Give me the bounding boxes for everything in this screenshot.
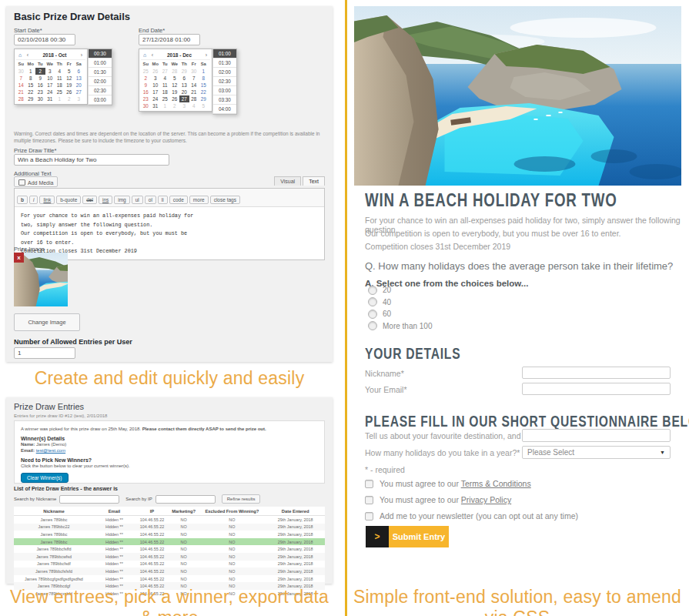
search-nickname-input[interactable]: [59, 495, 119, 504]
calendar-home-icon[interactable]: ⌂: [16, 52, 24, 58]
calendar-date[interactable]: 12: [170, 82, 180, 89]
calendar-date[interactable]: 2: [35, 68, 45, 75]
calendar-date[interactable]: 25: [141, 68, 151, 75]
calendar-date[interactable]: 29: [26, 95, 36, 102]
calendar-date[interactable]: 24: [45, 89, 55, 95]
calendar-date[interactable]: 29: [179, 68, 189, 75]
calendar-date[interactable]: 8: [199, 75, 209, 82]
time-slot[interactable]: 02:30: [89, 86, 112, 95]
tab-text[interactable]: Text: [303, 176, 325, 186]
prize-title-input[interactable]: [14, 154, 169, 166]
radio-icon[interactable]: [368, 286, 377, 295]
time-slot[interactable]: 02:00: [213, 68, 236, 77]
calendar-date[interactable]: 28: [170, 68, 180, 75]
time-slot[interactable]: 03:00: [213, 86, 236, 95]
time-slot[interactable]: 02:00: [89, 77, 112, 86]
calendar-date[interactable]: 1: [160, 102, 170, 109]
calendar-date[interactable]: 28: [189, 95, 199, 102]
calendar-date[interactable]: 24: [151, 95, 161, 102]
checkbox-icon[interactable]: [365, 480, 373, 488]
answer-option[interactable]: 60: [368, 310, 433, 318]
time-slot[interactable]: 00:30: [89, 49, 112, 59]
calendar-date[interactable]: 30: [16, 68, 26, 75]
calendar-date[interactable]: 28: [16, 95, 26, 102]
calendar-date[interactable]: 21: [16, 89, 26, 95]
calendar-date[interactable]: 31: [151, 102, 161, 109]
calendar-date[interactable]: 25: [55, 89, 65, 95]
agreement-link[interactable]: Privacy Policy: [461, 495, 511, 504]
refine-results-button[interactable]: Refine results: [222, 494, 261, 504]
calendar-date[interactable]: 18: [160, 89, 170, 95]
calendar-date[interactable]: 23: [35, 89, 45, 95]
calendar-date[interactable]: 29: [199, 95, 209, 102]
calendar-date[interactable]: 22: [26, 89, 36, 95]
agreement-row[interactable]: You must agree to our Terms & Conditions: [365, 479, 578, 488]
calendar-date[interactable]: 18: [55, 82, 65, 89]
calendar-date[interactable]: 1: [199, 68, 209, 75]
editor-textarea[interactable]: For your chance to win an all-expenses p…: [15, 206, 324, 259]
clear-winners-button[interactable]: Clear Winner(s): [21, 473, 69, 483]
favourite-destination-input[interactable]: [522, 429, 671, 442]
calendar-date[interactable]: 7: [189, 75, 199, 82]
calendar-date[interactable]: 4: [189, 102, 199, 109]
holidays-per-year-select[interactable]: Please Select ▼: [522, 446, 671, 459]
entries-per-user-input[interactable]: [14, 347, 75, 359]
winner-email-link[interactable]: test@test.com: [36, 448, 65, 453]
calendar-date[interactable]: 7: [16, 75, 26, 82]
calendar-date[interactable]: 11: [160, 82, 170, 89]
calendar-date[interactable]: 26: [170, 95, 180, 102]
nickname-input[interactable]: [522, 367, 671, 379]
calendar-date[interactable]: 4: [160, 75, 170, 82]
calendar-date[interactable]: 8: [26, 75, 36, 82]
time-slot[interactable]: 04:00: [213, 105, 236, 114]
checkbox-icon[interactable]: [365, 512, 373, 521]
calendar-date[interactable]: 3: [74, 95, 84, 102]
calendar-date[interactable]: 5: [170, 75, 180, 82]
calendar-date[interactable]: 19: [65, 82, 75, 89]
editor-button-ins[interactable]: ins: [99, 196, 112, 204]
time-slot[interactable]: 01:30: [213, 59, 236, 68]
calendar-date[interactable]: 10: [45, 75, 55, 82]
calendar-date[interactable]: 31: [45, 95, 55, 102]
time-slot[interactable]: 03:00: [89, 95, 112, 105]
calendar-date[interactable]: 5: [199, 102, 209, 109]
editor-button-code[interactable]: code: [169, 196, 188, 204]
calendar-date[interactable]: 17: [45, 82, 55, 89]
calendar-date[interactable]: 27: [179, 95, 189, 102]
calendar-date[interactable]: 25: [160, 95, 170, 102]
editor-button-link[interactable]: link: [39, 196, 55, 204]
tab-visual[interactable]: Visual: [274, 176, 301, 186]
calendar-date[interactable]: 9: [35, 75, 45, 82]
calendar-next-icon[interactable]: ›: [202, 52, 210, 58]
answer-option[interactable]: 40: [368, 298, 433, 306]
calendar-date[interactable]: 5: [65, 68, 75, 75]
time-slot[interactable]: 01:30: [89, 68, 112, 77]
calendar-date[interactable]: 22: [199, 89, 209, 95]
calendar-date[interactable]: 16: [141, 89, 151, 95]
calendar-date[interactable]: 19: [170, 89, 180, 95]
agreement-row[interactable]: Add me to your newsletter (you can opt o…: [365, 511, 578, 521]
editor-button-close-tags[interactable]: close tags: [210, 196, 240, 204]
calendar-prev-icon[interactable]: ‹: [24, 52, 32, 58]
start-date-input[interactable]: [14, 34, 75, 45]
change-image-button[interactable]: Change Image: [14, 313, 80, 331]
time-slot[interactable]: 03:30: [213, 95, 236, 105]
checkbox-icon[interactable]: [365, 496, 373, 504]
calendar-date[interactable]: 14: [189, 82, 199, 89]
calendar-date[interactable]: 2: [65, 95, 75, 102]
answer-option[interactable]: More than 100: [368, 322, 433, 330]
calendar-date[interactable]: 30: [189, 68, 199, 75]
calendar-date[interactable]: 2: [141, 75, 151, 82]
calendar-date[interactable]: 6: [179, 75, 189, 82]
calendar-date[interactable]: 4: [55, 68, 65, 75]
radio-icon[interactable]: [368, 310, 377, 319]
calendar-date[interactable]: 2: [170, 102, 180, 109]
answer-option[interactable]: 20: [368, 286, 433, 294]
calendar-date[interactable]: 14: [16, 82, 26, 89]
calendar-date[interactable]: 11: [55, 75, 65, 82]
agreement-link[interactable]: Terms & Conditions: [461, 479, 531, 488]
end-date-input[interactable]: [139, 34, 200, 45]
calendar-date[interactable]: 17: [151, 89, 161, 95]
calendar-date[interactable]: 12: [65, 75, 75, 82]
radio-icon[interactable]: [368, 297, 377, 306]
